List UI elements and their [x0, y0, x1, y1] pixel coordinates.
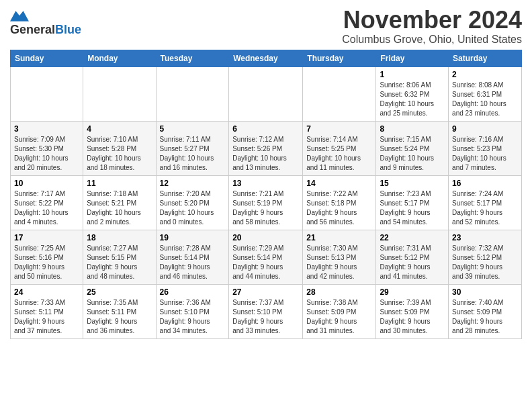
calendar-week-4: 17Sunrise: 7:25 AM Sunset: 5:16 PM Dayli… [11, 230, 522, 284]
logo: General Blue [10, 11, 81, 37]
day-number: 25 [87, 287, 152, 297]
calendar-cell: 16Sunrise: 7:24 AM Sunset: 5:17 PM Dayli… [449, 175, 522, 230]
day-number: 18 [87, 233, 152, 242]
calendar-cell [156, 66, 229, 121]
day-details: Sunrise: 7:18 AM Sunset: 5:21 PM Dayligh… [87, 189, 152, 227]
calendar-week-3: 10Sunrise: 7:17 AM Sunset: 5:22 PM Dayli… [11, 175, 522, 230]
weekday-header-monday: Monday [83, 50, 156, 66]
day-number: 8 [380, 124, 445, 134]
header: General Blue November 2024 Columbus Grov… [10, 7, 522, 46]
calendar-header-row: SundayMondayTuesdayWednesdayThursdayFrid… [11, 50, 522, 66]
day-details: Sunrise: 7:17 AM Sunset: 5:22 PM Dayligh… [14, 189, 79, 227]
day-number: 26 [160, 287, 226, 297]
day-number: 14 [306, 179, 372, 188]
day-details: Sunrise: 7:31 AM Sunset: 5:12 PM Dayligh… [380, 244, 445, 281]
day-details: Sunrise: 7:09 AM Sunset: 5:30 PM Dayligh… [14, 135, 79, 173]
calendar-week-5: 24Sunrise: 7:33 AM Sunset: 5:11 PM Dayli… [11, 284, 522, 338]
weekday-header-friday: Friday [376, 50, 449, 66]
day-details: Sunrise: 7:35 AM Sunset: 5:11 PM Dayligh… [87, 298, 152, 336]
calendar-cell: 25Sunrise: 7:35 AM Sunset: 5:11 PM Dayli… [83, 284, 156, 338]
day-details: Sunrise: 7:32 AM Sunset: 5:12 PM Dayligh… [452, 244, 518, 281]
calendar-cell: 6Sunrise: 7:12 AM Sunset: 5:26 PM Daylig… [229, 121, 303, 175]
day-number: 20 [232, 233, 299, 242]
day-details: Sunrise: 7:37 AM Sunset: 5:10 PM Dayligh… [232, 298, 299, 336]
day-details: Sunrise: 7:21 AM Sunset: 5:19 PM Dayligh… [232, 189, 299, 227]
day-number: 13 [232, 179, 299, 188]
month-title: November 2024 [342, 7, 522, 34]
calendar-cell: 14Sunrise: 7:22 AM Sunset: 5:18 PM Dayli… [303, 175, 376, 230]
location: Columbus Grove, Ohio, United States [342, 34, 522, 46]
svg-marker-0 [10, 11, 29, 21]
calendar-cell: 30Sunrise: 7:40 AM Sunset: 5:09 PM Dayli… [449, 284, 522, 338]
day-details: Sunrise: 7:30 AM Sunset: 5:13 PM Dayligh… [306, 244, 372, 281]
day-number: 19 [160, 233, 226, 242]
calendar-cell: 26Sunrise: 7:36 AM Sunset: 5:10 PM Dayli… [156, 284, 229, 338]
calendar-cell: 13Sunrise: 7:21 AM Sunset: 5:19 PM Dayli… [229, 175, 303, 230]
day-details: Sunrise: 7:15 AM Sunset: 5:24 PM Dayligh… [380, 135, 445, 173]
calendar-cell: 2Sunrise: 8:08 AM Sunset: 6:31 PM Daylig… [449, 66, 522, 121]
day-details: Sunrise: 7:36 AM Sunset: 5:10 PM Dayligh… [160, 298, 226, 336]
day-number: 1 [380, 70, 445, 79]
day-details: Sunrise: 7:38 AM Sunset: 5:09 PM Dayligh… [306, 298, 372, 336]
day-details: Sunrise: 7:12 AM Sunset: 5:26 PM Dayligh… [232, 135, 299, 173]
day-details: Sunrise: 7:10 AM Sunset: 5:28 PM Dayligh… [87, 135, 152, 173]
calendar-cell: 23Sunrise: 7:32 AM Sunset: 5:12 PM Dayli… [449, 230, 522, 284]
calendar-cell [83, 66, 156, 121]
calendar-cell [229, 66, 303, 121]
day-number: 7 [306, 124, 372, 134]
day-number: 6 [232, 124, 299, 134]
day-number: 17 [14, 233, 79, 242]
day-number: 24 [14, 287, 79, 297]
day-number: 21 [306, 233, 372, 242]
logo-blue: Blue [55, 23, 81, 37]
calendar-cell: 27Sunrise: 7:37 AM Sunset: 5:10 PM Dayli… [229, 284, 303, 338]
calendar-cell: 9Sunrise: 7:16 AM Sunset: 5:23 PM Daylig… [449, 121, 522, 175]
calendar-table: SundayMondayTuesdayWednesdayThursdayFrid… [10, 50, 522, 339]
logo-general: General [10, 23, 55, 37]
day-details: Sunrise: 7:39 AM Sunset: 5:09 PM Dayligh… [380, 298, 445, 336]
calendar-cell: 15Sunrise: 7:23 AM Sunset: 5:17 PM Dayli… [376, 175, 449, 230]
calendar-cell: 1Sunrise: 8:06 AM Sunset: 6:32 PM Daylig… [376, 66, 449, 121]
day-details: Sunrise: 8:08 AM Sunset: 6:31 PM Dayligh… [452, 81, 518, 118]
day-details: Sunrise: 7:25 AM Sunset: 5:16 PM Dayligh… [14, 244, 79, 281]
day-details: Sunrise: 7:33 AM Sunset: 5:11 PM Dayligh… [14, 298, 79, 336]
calendar-cell: 21Sunrise: 7:30 AM Sunset: 5:13 PM Dayli… [303, 230, 376, 284]
calendar-body: 1Sunrise: 8:06 AM Sunset: 6:32 PM Daylig… [11, 66, 522, 338]
weekday-header-tuesday: Tuesday [156, 50, 229, 66]
day-number: 28 [306, 287, 372, 297]
calendar-cell: 24Sunrise: 7:33 AM Sunset: 5:11 PM Dayli… [11, 284, 83, 338]
day-details: Sunrise: 7:27 AM Sunset: 5:15 PM Dayligh… [87, 244, 152, 281]
calendar-cell: 22Sunrise: 7:31 AM Sunset: 5:12 PM Dayli… [376, 230, 449, 284]
calendar-cell [11, 66, 83, 121]
weekday-header-thursday: Thursday [303, 50, 376, 66]
calendar-cell: 29Sunrise: 7:39 AM Sunset: 5:09 PM Dayli… [376, 284, 449, 338]
calendar-cell: 11Sunrise: 7:18 AM Sunset: 5:21 PM Dayli… [83, 175, 156, 230]
weekday-header-wednesday: Wednesday [229, 50, 303, 66]
calendar-week-2: 3Sunrise: 7:09 AM Sunset: 5:30 PM Daylig… [11, 121, 522, 175]
day-number: 15 [380, 179, 445, 188]
calendar-cell: 7Sunrise: 7:14 AM Sunset: 5:25 PM Daylig… [303, 121, 376, 175]
day-details: Sunrise: 7:40 AM Sunset: 5:09 PM Dayligh… [452, 298, 518, 336]
day-details: Sunrise: 7:24 AM Sunset: 5:17 PM Dayligh… [452, 189, 518, 227]
logo-icon [10, 11, 29, 21]
day-details: Sunrise: 7:16 AM Sunset: 5:23 PM Dayligh… [452, 135, 518, 173]
day-details: Sunrise: 7:23 AM Sunset: 5:17 PM Dayligh… [380, 189, 445, 227]
day-number: 3 [14, 124, 79, 134]
day-number: 30 [452, 287, 518, 297]
day-number: 2 [452, 70, 518, 79]
calendar-cell [303, 66, 376, 121]
day-details: Sunrise: 7:29 AM Sunset: 5:14 PM Dayligh… [232, 244, 299, 281]
calendar-cell: 3Sunrise: 7:09 AM Sunset: 5:30 PM Daylig… [11, 121, 83, 175]
weekday-header-saturday: Saturday [449, 50, 522, 66]
day-number: 27 [232, 287, 299, 297]
calendar-cell: 10Sunrise: 7:17 AM Sunset: 5:22 PM Dayli… [11, 175, 83, 230]
day-details: Sunrise: 7:14 AM Sunset: 5:25 PM Dayligh… [306, 135, 372, 173]
calendar-cell: 12Sunrise: 7:20 AM Sunset: 5:20 PM Dayli… [156, 175, 229, 230]
day-number: 5 [160, 124, 226, 134]
calendar-cell: 17Sunrise: 7:25 AM Sunset: 5:16 PM Dayli… [11, 230, 83, 284]
day-details: Sunrise: 8:06 AM Sunset: 6:32 PM Dayligh… [380, 81, 445, 118]
day-number: 16 [452, 179, 518, 188]
calendar-cell: 18Sunrise: 7:27 AM Sunset: 5:15 PM Dayli… [83, 230, 156, 284]
weekday-header-sunday: Sunday [11, 50, 83, 66]
calendar-cell: 8Sunrise: 7:15 AM Sunset: 5:24 PM Daylig… [376, 121, 449, 175]
